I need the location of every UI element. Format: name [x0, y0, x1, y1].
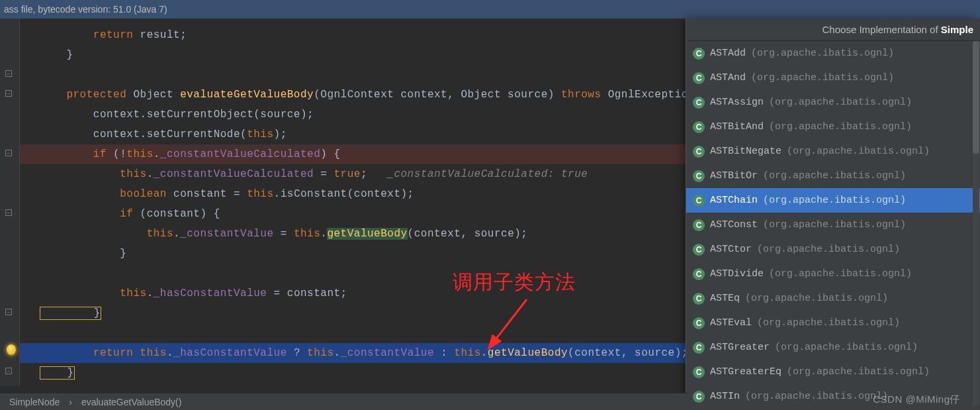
chevron-right-icon: ›: [69, 397, 72, 407]
popup-item-name: ASTAssign: [710, 97, 764, 108]
popup-item-name: ASTGreater: [710, 342, 770, 353]
popup-scrollbar[interactable]: [973, 41, 979, 405]
class-icon: C: [693, 317, 705, 329]
popup-item-package: (org.apache.ibatis.ognl): [763, 170, 906, 181]
popup-item-name: ASTCtor: [710, 244, 752, 255]
popup-item[interactable]: CASTBitAnd (org.apache.ibatis.ognl): [686, 115, 980, 139]
popup-item-name: ASTChain: [710, 195, 758, 206]
popup-item-name: ASTBitNegate: [710, 146, 781, 157]
editor-gutter[interactable]: − − − − − −: [0, 19, 20, 386]
popup-item-name: ASTEval: [710, 317, 752, 329]
popup-item-name: ASTIn: [710, 391, 740, 402]
fold-icon[interactable]: −: [4, 89, 13, 98]
popup-item-name: ASTConst: [710, 219, 758, 231]
popup-item[interactable]: CASTCtor (org.apache.ibatis.ognl): [686, 237, 980, 262]
class-icon: C: [693, 293, 705, 305]
popup-item-package: (org.apache.ibatis.ognl): [775, 342, 918, 353]
popup-item[interactable]: CASTAdd (org.apache.ibatis.ognl): [686, 41, 980, 66]
fold-icon[interactable]: −: [4, 148, 13, 158]
popup-item-name: ASTGreaterEq: [710, 366, 781, 378]
popup-item[interactable]: CASTGreaterEq (org.apache.ibatis.ognl): [686, 360, 980, 384]
class-icon: C: [693, 268, 705, 280]
class-icon: C: [693, 146, 705, 158]
fold-icon[interactable]: −: [4, 69, 13, 78]
popup-item-package: (org.apache.ibatis.ognl): [787, 146, 930, 157]
choose-implementation-popup: Choose Implementation of Simple CASTAdd …: [686, 19, 980, 410]
popup-item-name: ASTDivide: [710, 268, 764, 280]
popup-item-package: (org.apache.ibatis.ognl): [769, 121, 912, 132]
popup-item-package: (org.apache.ibatis.ognl): [757, 244, 900, 255]
breadcrumb[interactable]: SimpleNode › evaluateGetValueBody(): [0, 393, 688, 410]
fold-icon[interactable]: −: [4, 366, 13, 376]
class-icon: C: [693, 366, 705, 378]
popup-item[interactable]: CASTConst (org.apache.ibatis.ognl): [686, 213, 980, 237]
svg-line-0: [490, 299, 527, 347]
popup-item-name: ASTBitAnd: [710, 121, 764, 132]
class-icon: C: [693, 219, 705, 231]
class-icon: C: [693, 244, 705, 256]
popup-item-package: (org.apache.ibatis.ognl): [769, 97, 912, 108]
popup-item-package: (org.apache.ibatis.ognl): [751, 72, 894, 83]
popup-item-name: ASTAnd: [710, 72, 746, 83]
popup-item-package: (org.apache.ibatis.ognl): [763, 195, 906, 206]
popup-item[interactable]: CASTDivide (org.apache.ibatis.ognl): [686, 262, 980, 286]
popup-item[interactable]: CASTAnd (org.apache.ibatis.ognl): [686, 66, 980, 90]
class-icon: C: [693, 121, 705, 133]
breadcrumb-item[interactable]: evaluateGetValueBody(): [81, 397, 182, 407]
popup-scroll-thumb[interactable]: [973, 41, 979, 154]
popup-item[interactable]: CASTBitNegate (org.apache.ibatis.ognl): [686, 139, 980, 164]
class-icon: C: [693, 72, 705, 84]
popup-item[interactable]: CASTEval (org.apache.ibatis.ognl): [686, 311, 980, 335]
popup-title: Choose Implementation of Simple: [686, 19, 980, 41]
class-icon: C: [693, 342, 705, 354]
popup-list[interactable]: CASTAdd (org.apache.ibatis.ognl)CASTAnd …: [686, 41, 980, 410]
popup-item[interactable]: CASTGreater (org.apache.ibatis.ognl): [686, 335, 980, 360]
class-icon: C: [693, 48, 705, 60]
annotation-arrow-icon: [475, 295, 535, 358]
fold-icon[interactable]: −: [4, 208, 13, 217]
watermark: CSDN @MiMing仔: [873, 393, 960, 406]
annotation-text: 调用子类方法: [453, 269, 576, 296]
popup-item[interactable]: CASTEq (org.apache.ibatis.ognl): [686, 286, 980, 311]
decompiled-info-bar: ass file, bytecode version: 51.0 (Java 7…: [0, 0, 980, 19]
popup-item-package: (org.apache.ibatis.ognl): [769, 268, 912, 280]
fold-icon[interactable]: −: [4, 307, 13, 317]
popup-item-name: ASTAdd: [710, 48, 746, 59]
class-icon: C: [693, 97, 705, 109]
popup-item-package: (org.apache.ibatis.ognl): [763, 219, 906, 231]
class-icon: C: [693, 391, 705, 403]
popup-item-package: (org.apache.ibatis.ognl): [745, 391, 888, 402]
class-icon: C: [693, 195, 705, 207]
class-icon: C: [693, 170, 705, 182]
popup-item-package: (org.apache.ibatis.ognl): [787, 366, 930, 378]
intention-bulb-icon[interactable]: [7, 345, 16, 354]
popup-item[interactable]: CASTChain (org.apache.ibatis.ognl): [686, 188, 980, 213]
popup-item[interactable]: CASTAssign (org.apache.ibatis.ognl): [686, 90, 980, 115]
popup-item-name: ASTEq: [710, 293, 740, 304]
popup-item[interactable]: CASTBitOr (org.apache.ibatis.ognl): [686, 164, 980, 188]
popup-item-package: (org.apache.ibatis.ognl): [757, 317, 900, 329]
popup-item-package: (org.apache.ibatis.ognl): [751, 48, 894, 59]
popup-item-name: ASTBitOr: [710, 170, 758, 181]
popup-item-package: (org.apache.ibatis.ognl): [745, 293, 888, 304]
breadcrumb-item[interactable]: SimpleNode: [9, 397, 60, 407]
decompiled-info-text: ass file, bytecode version: 51.0 (Java 7…: [4, 4, 167, 15]
